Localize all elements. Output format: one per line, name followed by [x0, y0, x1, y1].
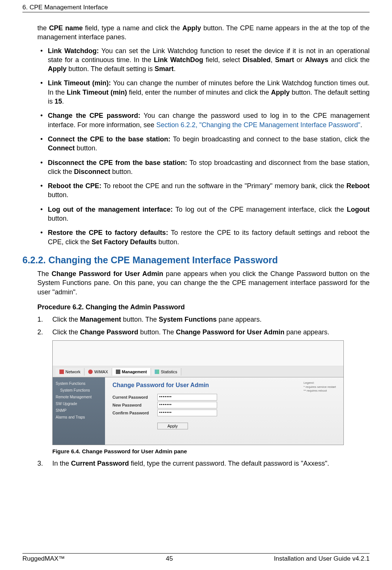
main-content: the CPE name field, type a name and clic…	[22, 24, 370, 468]
sidebar-item-sw-upgrade[interactable]: SW Upgrade	[55, 401, 103, 407]
tab-label: Management	[122, 370, 147, 374]
footer-right: Installation and User Guide v4.2.1	[274, 555, 370, 563]
new-password-input[interactable]: •••••••	[157, 402, 217, 408]
tab-label: Network	[65, 370, 80, 374]
text: pane appears.	[284, 328, 329, 336]
text: button.	[48, 215, 68, 222]
text: .	[62, 98, 64, 105]
bullet-list: Link Watchdog: You can set the Link Watc…	[37, 46, 370, 246]
default: 15	[55, 98, 62, 105]
pane-name: Change Password for User Admin	[176, 328, 284, 336]
procedure-title: Procedure 6.2. Changing the Admin Passwo…	[37, 303, 370, 311]
option: Smart	[275, 56, 294, 64]
bullet-connect: Connect the CPE to the base station: To …	[48, 135, 370, 153]
sidebar-item-system-functions[interactable]: System Functions	[55, 380, 103, 387]
bullet-title: Link Watchdog:	[48, 47, 99, 55]
intro-paragraph: the CPE name field, type a name and clic…	[37, 24, 370, 42]
new-password-label: New Password	[112, 403, 157, 407]
text: field, select	[203, 56, 243, 64]
tab-label: Statistics	[161, 370, 177, 374]
sidebar-item-snmp[interactable]: SNMP	[55, 407, 103, 414]
legend-title: Legend:	[303, 381, 336, 385]
apply-bold: Apply	[182, 24, 201, 32]
text: button.	[157, 238, 179, 246]
text: button. The default setting is	[67, 65, 155, 73]
bullet-title: Link Timeout (min):	[48, 79, 111, 87]
bullet-link-watchdog: Link Watchdog: You can set the Link Watc…	[48, 46, 370, 74]
text: field, enter the number of minutes and c…	[127, 89, 271, 96]
pane-name-bold: Change Password for User Admin	[52, 270, 163, 278]
ui-body: System Functions System Functions Remote…	[53, 377, 343, 445]
management-icon	[116, 370, 120, 374]
button-name: Apply	[48, 65, 67, 73]
bullet-change-password: Change the CPE password: You can change …	[48, 111, 370, 129]
button-name: Logout	[347, 206, 370, 213]
bullet-logout: Log out of the management interface: To …	[48, 205, 370, 223]
text: ,	[271, 56, 275, 64]
confirm-password-label: Confirm Password	[112, 411, 157, 415]
section-link[interactable]: Section 6.2.2, "Changing the CPE Managem…	[156, 121, 360, 129]
text: button.	[110, 168, 133, 175]
bullet-title: Restore the CPE to factory defaults:	[48, 229, 168, 236]
text: field, type the current password. The de…	[129, 460, 329, 467]
text: the	[37, 24, 49, 32]
text: Click the	[52, 316, 80, 323]
bullet-title: Log out of the management interface:	[48, 206, 173, 213]
pane-name: System Functions	[159, 316, 217, 323]
field-name: Link Timeout (min)	[67, 89, 127, 96]
text: button. The	[138, 328, 176, 336]
confirm-password-input[interactable]: •••••••	[157, 410, 217, 416]
procedure-steps: Click the Management button. The System …	[37, 315, 370, 337]
bullet-factory-defaults: Restore the CPE to factory defaults: To …	[48, 228, 370, 246]
button-name: Set Factory Defaults	[92, 238, 157, 246]
text: .	[174, 65, 176, 73]
text: To begin broadcasting and connect to the…	[170, 135, 370, 143]
text: pane appears.	[217, 316, 262, 323]
bullet-title: Connect the CPE to the base station:	[48, 135, 170, 143]
text: .	[360, 121, 362, 129]
form-row-confirm-password: Confirm Password •••••••	[112, 410, 336, 416]
bullet-reboot: Reboot the CPE: To reboot the CPE and ru…	[48, 181, 370, 200]
field-name: Current Password	[71, 460, 129, 467]
footer-left: RuggedMAX™	[22, 555, 65, 563]
step-3: In the Current Password field, type the …	[37, 459, 370, 468]
bullet-title: Change the CPE password:	[48, 112, 141, 119]
ui-main-pane: Legend: * requires service restart ** re…	[105, 377, 343, 445]
button-name: Apply	[271, 89, 290, 96]
button-name: Change Password	[80, 328, 138, 336]
page-footer: RuggedMAX™ 45 Installation and User Guid…	[22, 553, 370, 563]
current-password-input[interactable]: •••••••	[157, 394, 217, 401]
statistics-icon	[155, 370, 159, 374]
header-text: 6. CPE Management Interface	[22, 4, 108, 11]
button-name: Management	[80, 316, 121, 323]
default: Smart	[155, 65, 174, 73]
apply-button[interactable]: Apply	[157, 423, 188, 429]
ui-tab-bar: Network WiMAX Management Statistics	[53, 366, 343, 377]
text: Click the	[52, 328, 80, 336]
text: field, type a name and click the	[83, 24, 182, 32]
bullet-title: Reboot the CPE:	[48, 182, 101, 190]
option: Disabled	[243, 56, 271, 64]
legend-line: * requires service restart	[303, 385, 336, 389]
text: button.	[48, 191, 68, 199]
tab-wimax[interactable]: WiMAX	[84, 368, 112, 376]
button-name: Connect	[48, 144, 75, 152]
page-header: 6. CPE Management Interface	[22, 4, 370, 12]
sidebar-item-alarms-traps[interactable]: Alarms and Traps	[55, 414, 103, 420]
section-heading: 6.2.2. Changing the CPE Management Inter…	[22, 255, 370, 266]
section-intro: The Change Password for User Admin pane …	[37, 269, 370, 297]
text: To reboot the CPE and run the software i…	[101, 182, 346, 190]
button-name: Disconnect	[74, 168, 110, 175]
text: To log out of the CPE management interfa…	[173, 206, 347, 213]
ui-sidebar: System Functions System Functions Remote…	[53, 377, 105, 445]
footer-page-number: 45	[166, 555, 173, 563]
text: and click the	[328, 56, 370, 64]
sidebar-item-remote-management[interactable]: Remote Management	[55, 394, 103, 400]
tab-network[interactable]: Network	[56, 368, 84, 376]
text: In the	[52, 460, 71, 467]
sidebar-item-system-functions-sub[interactable]: System Functions	[55, 387, 103, 393]
text: button.	[75, 144, 97, 152]
tab-management[interactable]: Management	[112, 368, 151, 376]
tab-statistics[interactable]: Statistics	[151, 368, 181, 376]
button-name: Reboot	[346, 182, 370, 190]
